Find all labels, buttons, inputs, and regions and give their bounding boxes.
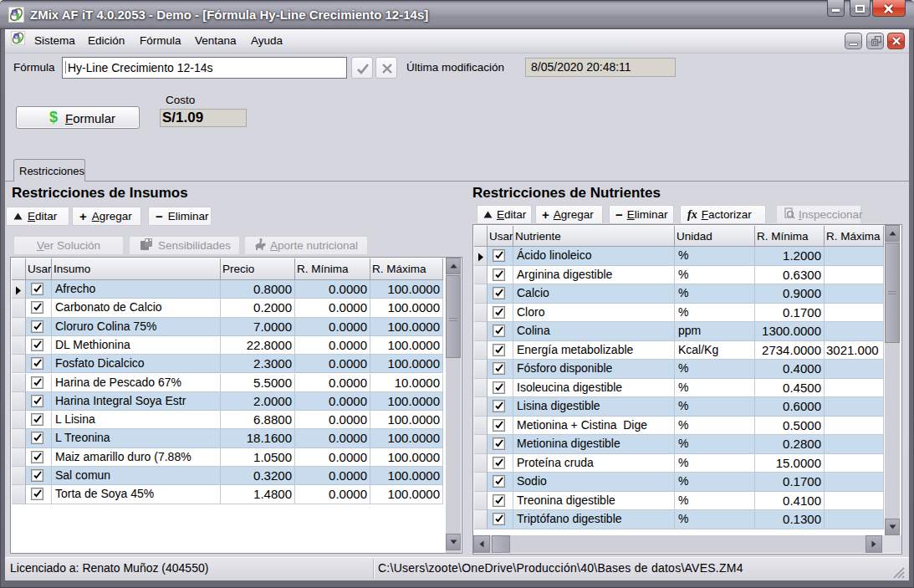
svg-text:a: a [15, 34, 18, 39]
